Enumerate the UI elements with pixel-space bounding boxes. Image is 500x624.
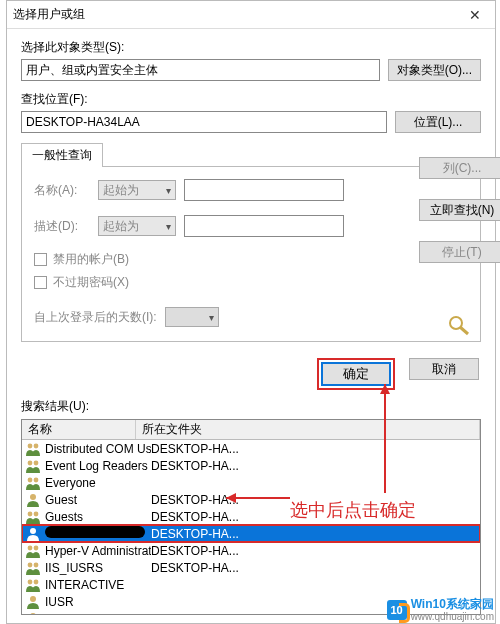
cell-name: Event Log Readers — [45, 459, 151, 473]
cell-folder: DESKTOP-HA... — [151, 442, 477, 456]
columns-button[interactable]: 列(C)... — [419, 157, 500, 179]
cancel-button[interactable]: 取消 — [409, 358, 479, 380]
svg-point-8 — [30, 494, 36, 500]
svg-point-13 — [34, 545, 39, 550]
name-op-dropdown[interactable]: 起始为 ▾ — [98, 180, 176, 200]
group-icon — [25, 459, 41, 473]
table-row[interactable]: INTERACTIVE — [22, 576, 480, 593]
table-row[interactable]: IIS_IUSRSDESKTOP-HA... — [22, 559, 480, 576]
table-row[interactable]: Event Log ReadersDESKTOP-HA... — [22, 457, 480, 474]
svg-point-3 — [34, 443, 39, 448]
col-name[interactable]: 名称 — [22, 420, 136, 439]
group-icon — [25, 510, 41, 524]
annotation-highlight-ok: 确定 — [317, 358, 395, 390]
location-field[interactable] — [21, 111, 387, 133]
svg-point-14 — [28, 562, 33, 567]
object-types-button[interactable]: 对象类型(O)... — [388, 59, 481, 81]
svg-point-19 — [30, 613, 36, 616]
dialog-ok-cancel: 确定 取消 — [7, 348, 495, 398]
cell-name: INTERACTIVE — [45, 578, 151, 592]
object-type-field[interactable] — [21, 59, 380, 81]
svg-point-10 — [34, 511, 39, 516]
table-row[interactable]: Hyper-V Administrat...DESKTOP-HA... — [22, 542, 480, 559]
cell-name — [45, 526, 151, 541]
disabled-accounts-checkbox[interactable] — [34, 253, 47, 266]
cell-folder: DESKTOP-HA... — [151, 561, 477, 575]
chevron-down-icon: ▾ — [166, 185, 171, 196]
group-icon — [25, 476, 41, 490]
col-folder[interactable]: 所在文件夹 — [136, 420, 480, 439]
group-icon — [25, 561, 41, 575]
disabled-accounts-label: 禁用的帐户(B) — [53, 251, 129, 268]
table-row[interactable]: LOCAL SERVICE — [22, 610, 480, 615]
cell-folder: DESKTOP-HA... — [151, 544, 477, 558]
no-expire-label: 不过期密码(X) — [53, 274, 129, 291]
cell-folder: DESKTOP-HA... — [151, 510, 477, 524]
table-row[interactable]: GuestsDESKTOP-HA... — [22, 508, 480, 525]
svg-point-11 — [30, 528, 36, 534]
days-dropdown[interactable]: ▾ — [165, 307, 219, 327]
close-icon[interactable]: ✕ — [461, 1, 489, 29]
desc-label: 描述(D): — [34, 218, 90, 235]
svg-point-16 — [28, 579, 33, 584]
cell-name: Hyper-V Administrat... — [45, 544, 151, 558]
stop-button[interactable]: 停止(T) — [419, 241, 500, 263]
chevron-down-icon: ▾ — [166, 221, 171, 232]
user-icon — [25, 493, 41, 507]
user-icon — [25, 595, 41, 609]
results-grid[interactable]: 名称 所在文件夹 Distributed COM Us...DESKTOP-HA… — [21, 419, 481, 615]
locations-button[interactable]: 位置(L)... — [395, 111, 481, 133]
group-icon — [25, 578, 41, 592]
svg-point-6 — [28, 477, 33, 482]
user-icon — [25, 612, 41, 616]
cell-folder: DESKTOP-HA... — [151, 527, 477, 541]
no-expire-checkbox[interactable] — [34, 276, 47, 289]
desc-op-dropdown[interactable]: 起始为 ▾ — [98, 216, 176, 236]
tab-general-query[interactable]: 一般性查询 — [21, 143, 103, 167]
svg-point-15 — [34, 562, 39, 567]
name-input[interactable] — [184, 179, 344, 201]
tab-pane: 名称(A): 起始为 ▾ 描述(D): 起始为 ▾ — [21, 166, 481, 342]
cell-name: Everyone — [45, 476, 151, 490]
search-icon[interactable] — [446, 314, 474, 339]
svg-point-7 — [34, 477, 39, 482]
dialog-select-users-groups: 选择用户或组 ✕ 选择此对象类型(S): 对象类型(O)... 查找位置(F):… — [6, 0, 496, 624]
days-since-login-label: 自上次登录后的天数(I): — [34, 309, 157, 326]
query-tabs: 一般性查询 名称(A): 起始为 ▾ 描述(D): 起始为 ▾ — [21, 143, 481, 342]
group-icon — [25, 544, 41, 558]
group-icon — [25, 442, 41, 456]
window-title: 选择用户或组 — [13, 6, 461, 23]
table-row[interactable]: GuestDESKTOP-HA... — [22, 491, 480, 508]
titlebar: 选择用户或组 ✕ — [7, 1, 495, 29]
desc-input[interactable] — [184, 215, 344, 237]
user-icon — [25, 527, 41, 541]
svg-point-18 — [30, 596, 36, 602]
cell-folder: DESKTOP-HA... — [151, 459, 477, 473]
cell-name: Guests — [45, 510, 151, 524]
svg-point-12 — [28, 545, 33, 550]
cell-name: Distributed COM Us... — [45, 442, 151, 456]
svg-point-5 — [34, 460, 39, 465]
svg-point-9 — [28, 511, 33, 516]
side-button-stack: 列(C)... 立即查找(N) 停止(T) — [419, 157, 500, 263]
cell-folder: DESKTOP-HA... — [151, 493, 477, 507]
location-label: 查找位置(F): — [21, 91, 481, 108]
table-row[interactable]: Everyone — [22, 474, 480, 491]
find-now-button[interactable]: 立即查找(N) — [419, 199, 500, 221]
svg-point-17 — [34, 579, 39, 584]
object-type-label: 选择此对象类型(S): — [21, 39, 481, 56]
results-label: 搜索结果(U): — [7, 398, 495, 419]
table-row[interactable]: Distributed COM Us...DESKTOP-HA... — [22, 440, 480, 457]
table-row[interactable]: IUSR — [22, 593, 480, 610]
grid-body: Distributed COM Us...DESKTOP-HA...Event … — [22, 440, 480, 615]
svg-line-1 — [460, 327, 468, 334]
ok-button[interactable]: 确定 — [321, 362, 391, 386]
name-label: 名称(A): — [34, 182, 90, 199]
grid-header: 名称 所在文件夹 — [22, 420, 480, 440]
svg-point-4 — [28, 460, 33, 465]
cell-name: IUSR — [45, 595, 151, 609]
svg-point-2 — [28, 443, 33, 448]
table-row[interactable]: DESKTOP-HA... — [22, 525, 480, 542]
redacted-name — [45, 526, 145, 538]
cell-name: IIS_IUSRS — [45, 561, 151, 575]
